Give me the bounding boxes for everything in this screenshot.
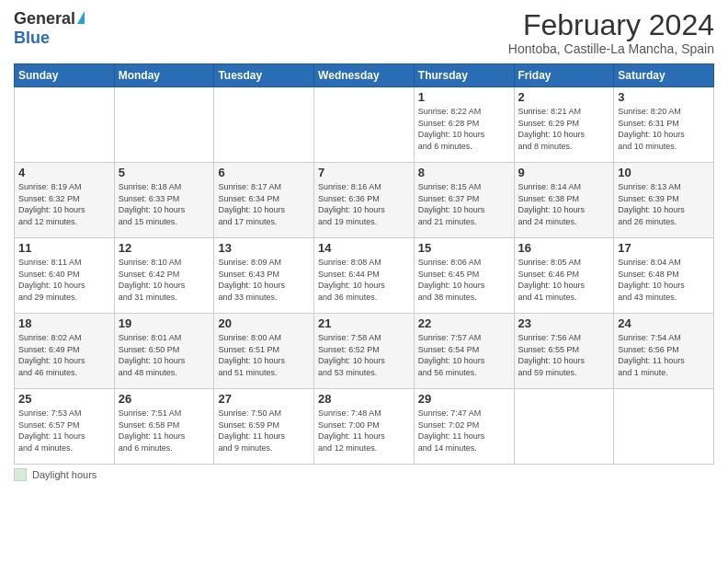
day-number: 6 [218, 166, 310, 179]
day-number: 18 [18, 316, 110, 330]
day-number: 20 [218, 316, 310, 330]
day-number: 28 [318, 392, 410, 406]
calendar-cell: 4Sunrise: 8:19 AM Sunset: 6:32 PM Daylig… [15, 163, 115, 238]
calendar-header-row: SundayMondayTuesdayWednesdayThursdayFrid… [15, 64, 714, 87]
logo: General Blue [14, 9, 85, 48]
calendar-cell: 18Sunrise: 8:02 AM Sunset: 6:49 PM Dayli… [15, 314, 115, 389]
calendar-week-row: 11Sunrise: 8:11 AM Sunset: 6:40 PM Dayli… [15, 238, 714, 314]
day-info: Sunrise: 7:47 AM Sunset: 7:02 PM Dayligh… [418, 408, 510, 454]
day-info: Sunrise: 7:50 AM Sunset: 6:59 PM Dayligh… [218, 408, 310, 454]
calendar-cell: 12Sunrise: 8:10 AM Sunset: 6:42 PM Dayli… [114, 238, 214, 314]
day-number: 21 [318, 316, 410, 330]
day-info: Sunrise: 8:06 AM Sunset: 6:45 PM Dayligh… [418, 257, 510, 303]
calendar-cell: 24Sunrise: 7:54 AM Sunset: 6:56 PM Dayli… [614, 314, 714, 389]
calendar-cell: 1Sunrise: 8:22 AM Sunset: 6:28 PM Daylig… [414, 87, 514, 163]
calendar-cell: 10Sunrise: 8:13 AM Sunset: 6:39 PM Dayli… [614, 163, 714, 238]
legend-box [14, 468, 27, 481]
calendar-cell [15, 87, 115, 163]
day-number: 14 [318, 241, 410, 255]
calendar-week-row: 4Sunrise: 8:19 AM Sunset: 6:32 PM Daylig… [15, 163, 714, 238]
calendar-week-row: 1Sunrise: 8:22 AM Sunset: 6:28 PM Daylig… [15, 87, 714, 163]
calendar-cell [114, 87, 214, 163]
day-info: Sunrise: 8:01 AM Sunset: 6:50 PM Dayligh… [119, 332, 210, 378]
day-number: 12 [119, 241, 210, 255]
day-number: 29 [418, 392, 510, 406]
calendar-cell: 6Sunrise: 8:17 AM Sunset: 6:34 PM Daylig… [214, 163, 314, 238]
calendar-cell: 27Sunrise: 7:50 AM Sunset: 6:59 PM Dayli… [214, 389, 314, 465]
day-number: 17 [618, 241, 710, 255]
day-info: Sunrise: 8:00 AM Sunset: 6:51 PM Dayligh… [218, 332, 310, 378]
calendar-cell: 13Sunrise: 8:09 AM Sunset: 6:43 PM Dayli… [214, 238, 314, 314]
day-header-monday: Monday [114, 64, 214, 87]
calendar-cell: 21Sunrise: 7:58 AM Sunset: 6:52 PM Dayli… [314, 314, 415, 389]
day-info: Sunrise: 8:10 AM Sunset: 6:42 PM Dayligh… [119, 257, 210, 303]
day-info: Sunrise: 8:17 AM Sunset: 6:34 PM Dayligh… [218, 181, 310, 227]
day-info: Sunrise: 7:51 AM Sunset: 6:58 PM Dayligh… [119, 408, 210, 454]
day-info: Sunrise: 8:19 AM Sunset: 6:32 PM Dayligh… [18, 181, 110, 227]
day-number: 1 [418, 90, 510, 104]
logo-blue-text: Blue [14, 29, 50, 48]
day-info: Sunrise: 7:54 AM Sunset: 6:56 PM Dayligh… [618, 332, 710, 378]
day-info: Sunrise: 7:57 AM Sunset: 6:54 PM Dayligh… [418, 332, 510, 378]
day-number: 26 [119, 392, 210, 406]
day-number: 11 [18, 241, 110, 255]
calendar-cell [514, 389, 614, 465]
day-number: 25 [18, 392, 110, 406]
calendar-cell [214, 87, 314, 163]
calendar-cell: 26Sunrise: 7:51 AM Sunset: 6:58 PM Dayli… [114, 389, 214, 465]
day-header-tuesday: Tuesday [214, 64, 314, 87]
day-number: 13 [218, 241, 310, 255]
day-number: 27 [218, 392, 310, 406]
calendar-cell: 3Sunrise: 8:20 AM Sunset: 6:31 PM Daylig… [614, 87, 714, 163]
calendar-cell: 19Sunrise: 8:01 AM Sunset: 6:50 PM Dayli… [114, 314, 214, 389]
day-header-thursday: Thursday [414, 64, 514, 87]
day-info: Sunrise: 8:20 AM Sunset: 6:31 PM Dayligh… [618, 106, 710, 152]
day-info: Sunrise: 7:53 AM Sunset: 6:57 PM Dayligh… [18, 408, 110, 454]
day-info: Sunrise: 8:22 AM Sunset: 6:28 PM Dayligh… [418, 106, 510, 152]
day-info: Sunrise: 8:18 AM Sunset: 6:33 PM Dayligh… [119, 181, 210, 227]
day-header-sunday: Sunday [15, 64, 115, 87]
calendar-table: SundayMondayTuesdayWednesdayThursdayFrid… [14, 63, 714, 465]
calendar-cell: 28Sunrise: 7:48 AM Sunset: 7:00 PM Dayli… [314, 389, 415, 465]
day-info: Sunrise: 7:58 AM Sunset: 6:52 PM Dayligh… [318, 332, 410, 378]
day-number: 2 [518, 90, 610, 104]
day-info: Sunrise: 8:14 AM Sunset: 6:38 PM Dayligh… [518, 181, 610, 227]
day-header-wednesday: Wednesday [314, 64, 415, 87]
day-number: 9 [518, 166, 610, 179]
day-header-saturday: Saturday [614, 64, 714, 87]
calendar-cell: 9Sunrise: 8:14 AM Sunset: 6:38 PM Daylig… [514, 163, 614, 238]
day-number: 24 [618, 316, 710, 330]
location-subtitle: Hontoba, Castille-La Mancha, Spain [508, 41, 714, 56]
day-info: Sunrise: 8:08 AM Sunset: 6:44 PM Dayligh… [318, 257, 410, 303]
day-number: 3 [618, 90, 710, 104]
calendar-cell: 11Sunrise: 8:11 AM Sunset: 6:40 PM Dayli… [15, 238, 115, 314]
day-info: Sunrise: 7:48 AM Sunset: 7:00 PM Dayligh… [318, 408, 410, 454]
day-number: 19 [119, 316, 210, 330]
day-number: 4 [18, 166, 110, 179]
calendar-cell: 5Sunrise: 8:18 AM Sunset: 6:33 PM Daylig… [114, 163, 214, 238]
day-info: Sunrise: 8:04 AM Sunset: 6:48 PM Dayligh… [618, 257, 710, 303]
day-info: Sunrise: 8:13 AM Sunset: 6:39 PM Dayligh… [618, 181, 710, 227]
page-header: General Blue February 2024 Hontoba, Cast… [14, 9, 714, 56]
calendar-cell [614, 389, 714, 465]
calendar-cell: 15Sunrise: 8:06 AM Sunset: 6:45 PM Dayli… [414, 238, 514, 314]
main-title: February 2024 [508, 9, 714, 41]
day-info: Sunrise: 8:02 AM Sunset: 6:49 PM Dayligh… [18, 332, 110, 378]
day-info: Sunrise: 8:05 AM Sunset: 6:46 PM Dayligh… [518, 257, 610, 303]
day-header-friday: Friday [514, 64, 614, 87]
day-number: 23 [518, 316, 610, 330]
day-number: 5 [119, 166, 210, 179]
calendar-cell [314, 87, 415, 163]
legend-label: Daylight hours [32, 469, 97, 480]
calendar-cell: 14Sunrise: 8:08 AM Sunset: 6:44 PM Dayli… [314, 238, 415, 314]
day-number: 22 [418, 316, 510, 330]
day-number: 10 [618, 166, 710, 179]
day-info: Sunrise: 8:11 AM Sunset: 6:40 PM Dayligh… [18, 257, 110, 303]
logo-general-text: General [14, 9, 75, 29]
day-number: 8 [418, 166, 510, 179]
calendar-cell: 25Sunrise: 7:53 AM Sunset: 6:57 PM Dayli… [15, 389, 115, 465]
day-number: 15 [418, 241, 510, 255]
day-info: Sunrise: 8:09 AM Sunset: 6:43 PM Dayligh… [218, 257, 310, 303]
calendar-cell: 16Sunrise: 8:05 AM Sunset: 6:46 PM Dayli… [514, 238, 614, 314]
calendar-cell: 8Sunrise: 8:15 AM Sunset: 6:37 PM Daylig… [414, 163, 514, 238]
